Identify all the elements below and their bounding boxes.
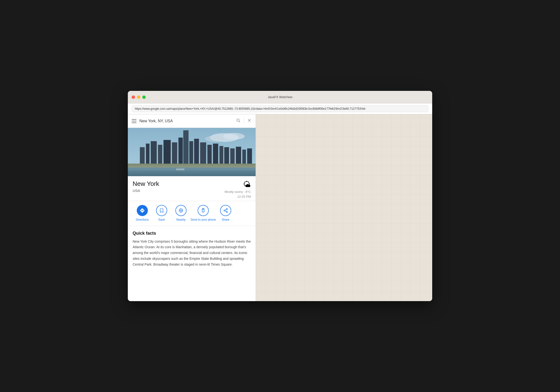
traffic-lights xyxy=(132,95,146,99)
svg-point-42 xyxy=(226,209,227,210)
svg-line-1 xyxy=(239,121,240,122)
svg-rect-12 xyxy=(164,140,171,164)
directions-label: Directions xyxy=(136,218,149,222)
svg-rect-17 xyxy=(190,141,193,164)
svg-rect-25 xyxy=(236,147,241,164)
place-panel: New York USA 🌤 Mostly sunny · 8°C 12:25 … xyxy=(128,114,256,301)
share-button[interactable]: Share xyxy=(216,205,235,222)
svg-rect-15 xyxy=(183,130,189,164)
svg-line-45 xyxy=(225,211,226,211)
send-to-phone-icon-circle xyxy=(198,205,209,216)
svg-rect-8 xyxy=(140,147,145,164)
svg-rect-24 xyxy=(230,148,235,164)
clear-search-button[interactable] xyxy=(247,118,252,124)
action-buttons: Directions Save xyxy=(128,201,256,226)
svg-line-46 xyxy=(225,209,226,210)
titlebar: JavaFX WebView xyxy=(128,91,432,103)
weather-description: Mostly sunny · 8°C xyxy=(224,190,251,194)
svg-rect-29 xyxy=(128,168,256,176)
browser-window: JavaFX WebView https://www.google.com.ua… xyxy=(128,91,432,301)
map-background xyxy=(256,114,432,301)
share-icon-circle xyxy=(220,205,231,216)
save-button[interactable]: Save xyxy=(152,205,171,222)
svg-rect-27 xyxy=(247,148,252,164)
svg-rect-32 xyxy=(176,169,185,170)
url-input[interactable]: https://www.google.com.ua/maps/place/New… xyxy=(132,105,428,112)
quick-facts-section: Quick facts New York City comprises 5 bo… xyxy=(128,226,256,272)
search-button[interactable] xyxy=(236,118,241,124)
svg-point-7 xyxy=(205,136,224,142)
svg-rect-23 xyxy=(224,147,229,164)
svg-point-44 xyxy=(226,211,227,212)
svg-point-0 xyxy=(237,119,240,121)
svg-rect-20 xyxy=(207,145,212,164)
svg-rect-31 xyxy=(128,170,256,171)
search-input[interactable] xyxy=(140,119,233,123)
svg-rect-26 xyxy=(242,150,246,164)
save-icon-circle xyxy=(156,205,167,216)
svg-rect-22 xyxy=(219,146,223,164)
svg-rect-9 xyxy=(146,144,150,164)
quick-facts-text: New York City comprises 5 boroughs sitti… xyxy=(133,239,251,268)
minimize-window-button[interactable] xyxy=(137,95,140,99)
svg-rect-30 xyxy=(128,169,256,170)
save-label: Save xyxy=(158,218,165,222)
nearby-button[interactable]: Nearby xyxy=(171,205,191,222)
quick-facts-title: Quick facts xyxy=(133,231,251,236)
nearby-icon-circle xyxy=(175,205,187,216)
svg-rect-28 xyxy=(128,164,256,168)
url-bar: https://www.google.com.ua/maps/place/New… xyxy=(128,103,432,114)
svg-rect-19 xyxy=(200,142,206,164)
map-area[interactable] xyxy=(256,114,432,301)
svg-rect-21 xyxy=(213,144,218,164)
search-bar xyxy=(128,114,256,128)
directions-button[interactable]: Directions xyxy=(133,205,152,222)
content-area: New York USA 🌤 Mostly sunny · 8°C 12:25 … xyxy=(128,114,432,301)
nearby-label: Nearby xyxy=(176,218,186,222)
svg-point-43 xyxy=(224,210,225,211)
svg-rect-13 xyxy=(172,142,177,164)
svg-rect-14 xyxy=(179,138,183,164)
share-label: Share xyxy=(222,218,230,222)
svg-rect-18 xyxy=(194,139,199,164)
svg-rect-10 xyxy=(151,141,157,164)
search-divider xyxy=(244,118,244,124)
weather-time: 12:25 PM xyxy=(224,194,251,199)
menu-icon[interactable] xyxy=(132,119,137,123)
close-window-button[interactable] xyxy=(132,95,135,99)
directions-icon-circle xyxy=(137,205,148,216)
weather-icon: 🌤 xyxy=(243,180,251,189)
send-to-phone-button[interactable]: Send to your phone xyxy=(191,205,216,222)
svg-point-6 xyxy=(223,133,245,140)
place-name: New York xyxy=(133,180,159,188)
place-image xyxy=(128,128,256,176)
send-to-phone-label: Send to your phone xyxy=(191,218,216,222)
maximize-window-button[interactable] xyxy=(142,95,146,99)
svg-point-34 xyxy=(180,210,182,211)
place-info: New York USA 🌤 Mostly sunny · 8°C 12:25 … xyxy=(128,176,256,201)
window-title: JavaFX WebView xyxy=(268,95,292,99)
place-country: USA xyxy=(133,189,159,193)
svg-rect-11 xyxy=(158,145,162,164)
